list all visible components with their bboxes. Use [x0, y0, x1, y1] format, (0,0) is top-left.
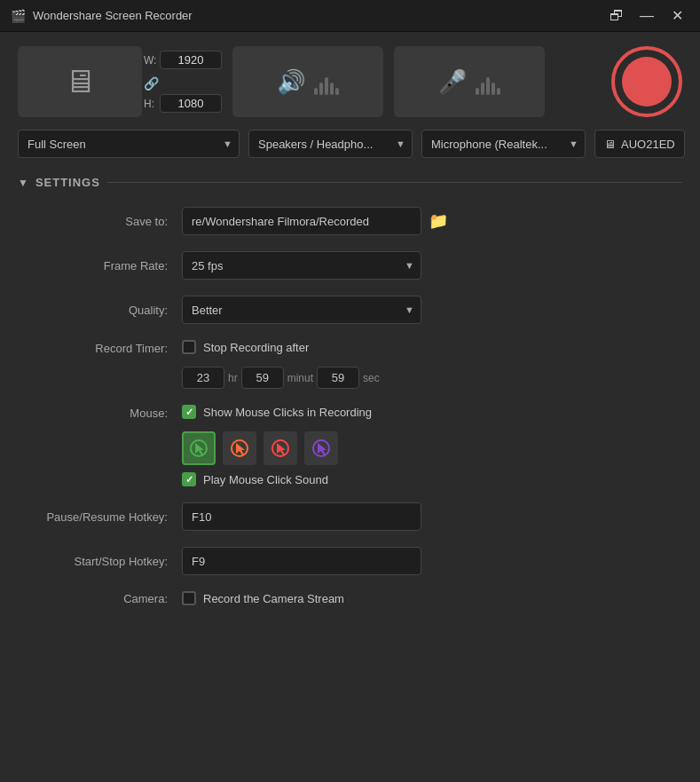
width-label: W:: [144, 54, 156, 67]
settings-header-text: SETTINGS: [35, 176, 100, 189]
cursor-option-3[interactable]: [263, 431, 297, 465]
camera-control: Record the Camera Stream: [182, 591, 682, 605]
monitor-label: 🖥 AUO21ED: [594, 130, 685, 158]
stop-recording-checkbox-label[interactable]: Stop Recording after: [182, 340, 309, 354]
bar3: [325, 77, 328, 95]
timer-inputs: hr minut sec: [182, 367, 380, 389]
cursor-option-2[interactable]: [223, 431, 256, 465]
save-to-control: 📁: [182, 207, 682, 235]
show-mouse-clicks-text: Show Mouse Clicks in Recording: [203, 406, 372, 419]
record-timer-label: Record Timer:: [27, 340, 182, 355]
pause-hotkey-control: [182, 502, 682, 531]
width-row: W:: [144, 51, 222, 69]
frame-rate-select-wrapper: 25 fps 30 fps 60 fps ▼: [182, 251, 421, 280]
height-row: H:: [144, 94, 222, 113]
mbar1: [476, 88, 479, 95]
mouse-label: Mouse:: [27, 405, 182, 420]
app-icon: 🎬: [11, 9, 26, 23]
speaker-select[interactable]: Speakers / Headpho... Default Speakers: [248, 130, 413, 158]
record-timer-control: Stop Recording after hr minut sec: [182, 340, 682, 389]
frame-rate-control: 25 fps 30 fps 60 fps ▼: [182, 251, 682, 280]
settings-body: Save to: 📁 Frame Rate: 25 fps 30 fps 60 …: [18, 207, 682, 605]
settings-divider: [107, 182, 682, 183]
bar4: [330, 83, 334, 95]
height-input[interactable]: [160, 94, 222, 113]
bar5: [335, 88, 339, 95]
bar2: [319, 83, 323, 95]
mic-select[interactable]: Microphone (Realtek... Default Microphon…: [421, 130, 586, 158]
play-mouse-click-sound-text: Play Mouse Click Sound: [203, 473, 328, 486]
screen-preview-box: 🖥: [18, 46, 142, 117]
quality-select-wrapper: Better Good Best ▼: [182, 296, 421, 324]
frame-rate-select[interactable]: 25 fps 30 fps 60 fps: [182, 251, 421, 280]
title-bar-left: 🎬 Wondershare Screen Recorder: [11, 9, 193, 23]
speaker-bars: [314, 68, 339, 95]
cursor-option-1[interactable]: [182, 431, 216, 465]
mouse-control: Show Mouse Clicks in Recording: [182, 405, 682, 486]
speaker-section: 🔊: [232, 46, 383, 117]
start-stop-hotkey-control: [182, 547, 682, 575]
mic-bars: [476, 68, 500, 95]
timer-sec-input[interactable]: [317, 367, 359, 389]
start-stop-hotkey-input[interactable]: [182, 547, 421, 575]
quality-select[interactable]: Better Good Best: [182, 296, 421, 324]
pause-hotkey-label: Pause/Resume Hotkey:: [27, 510, 182, 524]
close-button[interactable]: ✕: [665, 4, 689, 28]
stop-recording-label: Stop Recording after: [203, 341, 309, 354]
timer-hr-unit: hr: [228, 372, 238, 384]
record-inner: [622, 57, 672, 107]
record-camera-checkbox[interactable]: [182, 591, 196, 605]
timer-sec-unit: sec: [363, 372, 380, 384]
mbar5: [497, 88, 500, 95]
app-title: Wondershare Screen Recorder: [33, 9, 193, 22]
title-bar: 🎬 Wondershare Screen Recorder 🗗 — ✕: [0, 0, 700, 32]
screen-type-select[interactable]: Full Screen Custom Area Target Window: [18, 130, 240, 158]
record-button[interactable]: [611, 46, 682, 117]
cursor-option-4[interactable]: [304, 431, 338, 465]
play-mouse-click-sound-checkbox[interactable]: [182, 472, 196, 486]
mbar3: [486, 77, 490, 95]
record-timer-row: Record Timer: Stop Recording after hr mi…: [27, 340, 682, 389]
speaker-icon: 🔊: [277, 68, 305, 96]
save-to-input[interactable]: [182, 207, 421, 235]
pause-hotkey-row: Pause/Resume Hotkey:: [27, 502, 682, 531]
settings-header[interactable]: ▼ SETTINGS: [18, 176, 682, 189]
timer-min-unit: minut: [287, 372, 313, 384]
show-mouse-clicks-checkbox[interactable]: [182, 405, 196, 419]
screen-type-wrapper: Full Screen Custom Area Target Window ▼: [18, 130, 240, 158]
link-icon: 🔗: [144, 76, 159, 91]
folder-icon[interactable]: 📁: [429, 211, 448, 231]
save-to-label: Save to:: [27, 215, 182, 228]
mic-select-wrapper: Microphone (Realtek... Default Microphon…: [421, 130, 586, 158]
camera-label: Camera:: [27, 592, 182, 605]
width-input[interactable]: [160, 51, 222, 69]
frame-rate-row: Frame Rate: 25 fps 30 fps 60 fps ▼: [27, 251, 682, 280]
title-bar-controls: 🗗 — ✕: [604, 4, 689, 28]
record-btn-area: [611, 46, 682, 117]
record-camera-label[interactable]: Record the Camera Stream: [182, 591, 344, 605]
minimize-button[interactable]: —: [634, 4, 659, 28]
link-row: 🔗: [144, 76, 222, 91]
svg-marker-7: [318, 443, 326, 455]
record-camera-text: Record the Camera Stream: [203, 592, 344, 605]
monitor-icon: 🖥: [604, 138, 616, 151]
screen-icon: 🖥: [64, 63, 96, 100]
start-stop-hotkey-row: Start/Stop Hotkey:: [27, 547, 682, 575]
timer-hr-input[interactable]: [182, 367, 224, 389]
top-controls: 🖥 W: 🔗 H: 🔊: [18, 46, 682, 117]
svg-marker-3: [236, 443, 245, 455]
bar1: [314, 88, 318, 95]
show-mouse-clicks-label[interactable]: Show Mouse Clicks in Recording: [182, 405, 372, 419]
mbar4: [492, 83, 495, 95]
restore-button[interactable]: 🗗: [604, 4, 629, 28]
settings-collapse-arrow: ▼: [18, 177, 28, 189]
save-to-row: Save to: 📁: [27, 207, 682, 235]
height-label: H:: [144, 98, 156, 110]
mic-icon: 🎤: [438, 68, 467, 96]
mbar2: [481, 83, 484, 95]
pause-hotkey-input[interactable]: [182, 502, 421, 531]
play-mouse-click-sound-label[interactable]: Play Mouse Click Sound: [182, 472, 328, 486]
stop-recording-checkbox[interactable]: [182, 340, 196, 354]
timer-min-input[interactable]: [241, 367, 284, 389]
camera-row: Camera: Record the Camera Stream: [27, 591, 682, 605]
